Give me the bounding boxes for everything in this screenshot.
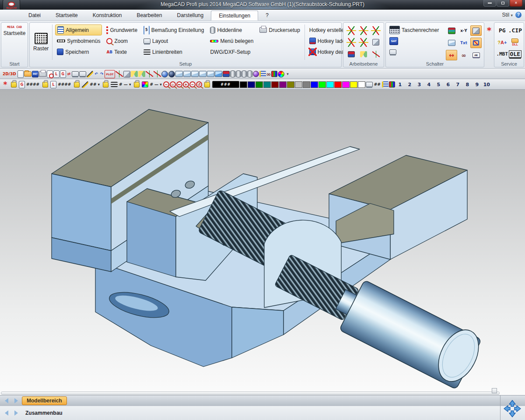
tab-darstellung[interactable]: Darstellung	[169, 10, 211, 21]
snap-asterisk-button[interactable]: *	[2, 80, 9, 89]
viewport-corner-button[interactable]	[492, 388, 497, 393]
viewport-3d[interactable]	[0, 90, 525, 395]
workplane-y-button[interactable]	[131, 71, 138, 77]
assembly-item[interactable]: Zusammenbau	[25, 410, 63, 416]
workplane-flat-icon[interactable]	[360, 51, 367, 57]
xy-coordinates-toggle[interactable]: x·Y	[460, 27, 467, 35]
pg-button[interactable]: PG	[499, 27, 506, 34]
workplane-rotate-icon[interactable]	[371, 26, 381, 35]
layer-4-button[interactable]: 4	[424, 80, 434, 89]
workplane-new-icon[interactable]	[359, 38, 368, 47]
swatch-maroon[interactable]	[271, 81, 279, 88]
pen-button[interactable]	[82, 81, 88, 88]
swap-document-button[interactable]: ⇄	[66, 70, 72, 78]
box-wire-button[interactable]	[207, 71, 214, 77]
cylinder-grid-button[interactable]	[230, 70, 235, 77]
open-file-button[interactable]	[24, 71, 32, 77]
workplane-x-button[interactable]	[138, 71, 145, 77]
workplane-cube-icon[interactable]	[372, 39, 379, 46]
render-sphere-button[interactable]	[278, 71, 284, 77]
lock-pen-button[interactable]	[74, 82, 80, 88]
swatch-white[interactable]	[358, 81, 365, 88]
clips-button[interactable]: ∞	[266, 70, 271, 78]
window-select-button[interactable]	[215, 71, 222, 77]
ribbon-item-symbolmenus[interactable]: Symbolmenüs	[55, 35, 102, 46]
group-value-display[interactable]: ####	[25, 80, 40, 89]
linewidth-button[interactable]	[111, 82, 118, 87]
layer-1-button[interactable]: 1	[396, 80, 405, 89]
swatch-gray[interactable]	[303, 81, 310, 88]
lock-color-button[interactable]	[204, 82, 210, 88]
layer-doc-button[interactable]: L	[50, 81, 56, 88]
workplane-solid-icon[interactable]	[348, 51, 355, 57]
ole-button[interactable]: OLE	[509, 50, 522, 58]
box-tray-button[interactable]	[191, 71, 199, 77]
edit-group-button[interactable]: G	[60, 70, 66, 78]
linewidth-dropdown[interactable]: # — ▾	[118, 80, 132, 89]
style-dropdown[interactable]: Stil ▾	[502, 12, 513, 18]
swatch-red[interactable]	[334, 81, 342, 88]
layer-7-button[interactable]: 7	[453, 80, 462, 89]
linetype-dropdown[interactable]: # — ▾	[149, 80, 162, 89]
zoom-in-button[interactable]: +	[183, 81, 189, 88]
tab-konstruktion[interactable]: Konstruktion	[85, 10, 130, 21]
toolbar-overflow-button[interactable]: ▾	[285, 70, 290, 78]
text-dimension-toggle[interactable]: Txt	[460, 39, 467, 47]
ribbon-item-texte[interactable]: AB Texte	[105, 46, 139, 57]
viewport-scroll-strip[interactable]	[1, 392, 500, 395]
dll-button[interactable]: DLL	[511, 38, 518, 46]
tab-einstellungen[interactable]: Einstellungen	[211, 10, 258, 21]
swatch-cyan[interactable]	[326, 81, 334, 88]
prev-model-arrow[interactable]	[5, 398, 8, 403]
edit-layout-button[interactable]: L	[53, 70, 60, 78]
active-color-display[interactable]: ###	[212, 81, 239, 88]
axis-pin-button[interactable]	[146, 70, 153, 77]
swatch-teal[interactable]	[263, 81, 271, 88]
swatch-silver[interactable]	[295, 81, 302, 88]
layer-9-button[interactable]: 9	[472, 80, 482, 89]
layer-2-button[interactable]: 2	[405, 80, 414, 89]
clips-toggle[interactable]: ∞	[462, 51, 466, 60]
layer-stack-toggle[interactable]	[448, 28, 455, 34]
tab-bearbeiten[interactable]: Bearbeiten	[129, 10, 169, 21]
next-assembly-arrow[interactable]	[14, 410, 18, 416]
ribbon-item-grundwerte[interactable]: Grundwerte	[105, 24, 139, 35]
new-file-button[interactable]	[18, 70, 24, 78]
screen-delete-button[interactable]	[79, 71, 86, 77]
snap-asterisk-icon[interactable]: *	[486, 26, 493, 34]
tab-help[interactable]: ?	[258, 10, 276, 21]
minimize-button[interactable]	[483, 0, 496, 7]
box-solid-button[interactable]	[175, 71, 183, 77]
undo-button[interactable]: ↶	[94, 70, 99, 78]
zoom-window-button[interactable]: ▫	[170, 81, 176, 88]
palette-button[interactable]	[142, 81, 148, 88]
swatch-purple[interactable]	[279, 81, 287, 88]
swatch-blue[interactable]	[311, 81, 318, 88]
layer-3-button[interactable]: 3	[415, 80, 424, 89]
lock-group-button[interactable]	[11, 82, 17, 88]
screen-refresh-button[interactable]	[72, 71, 79, 77]
solid-box-toggle[interactable]	[470, 25, 482, 36]
mbt-button[interactable]: .MBT	[497, 51, 508, 57]
print-button[interactable]	[39, 71, 46, 77]
layer-list-button[interactable]	[382, 81, 388, 88]
box-flat-button[interactable]	[183, 71, 191, 77]
cylinder-dashed-button[interactable]	[247, 70, 252, 77]
ribbon-item-druckersetup[interactable]: Druckersetup	[258, 24, 301, 35]
zoom-previous-button[interactable]: ↺	[196, 81, 202, 88]
layer-6-button[interactable]: 6	[444, 80, 453, 89]
group-doc-button[interactable]: G	[19, 81, 25, 88]
restore-button[interactable]	[497, 0, 509, 7]
workplane-point-icon[interactable]	[346, 38, 356, 47]
layer-10-button[interactable]: 10	[482, 80, 491, 89]
translate-helper-icon[interactable]: ?A+	[497, 40, 507, 45]
startseite-button[interactable]: MEGA CAD Startseite	[3, 24, 26, 37]
workplane-cube-button[interactable]	[123, 71, 130, 77]
boxes-stack-button[interactable]	[223, 71, 230, 77]
ribbon-item-speichern[interactable]: Speichern	[55, 46, 102, 57]
rotate-view-button[interactable]	[161, 71, 168, 77]
lock-linetype-button[interactable]	[134, 82, 140, 88]
contour-toggle[interactable]	[470, 38, 482, 48]
model-space-tab[interactable]: Modellbereich	[22, 396, 67, 405]
pen-select-dropdown[interactable]: ## ▾	[89, 80, 101, 89]
